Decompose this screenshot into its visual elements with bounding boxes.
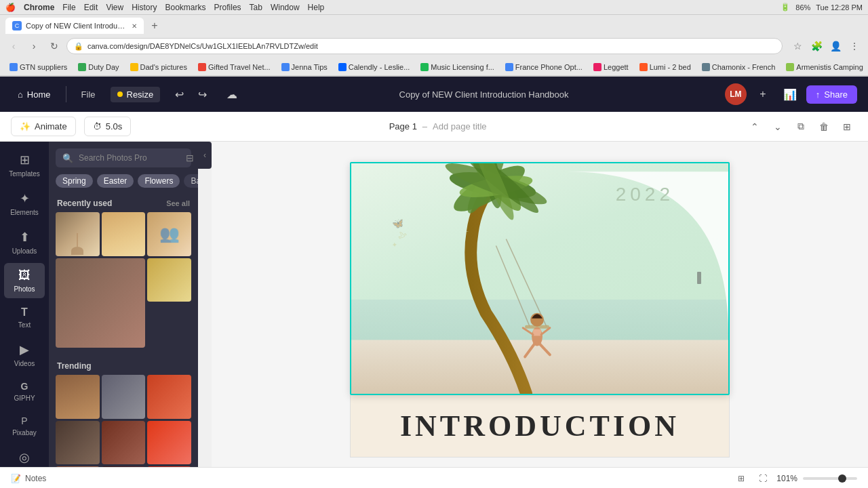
history-menu[interactable]: History xyxy=(132,3,157,12)
analytics-button[interactable]: 📊 xyxy=(779,83,801,105)
animate-button[interactable]: ✨ Animate xyxy=(11,117,76,136)
grid-view-button[interactable]: ⊞ xyxy=(733,470,749,487)
add-user-button[interactable]: + xyxy=(752,83,774,105)
bookmark-chamonix[interactable]: Chamonix - French xyxy=(698,62,780,73)
help-menu[interactable]: Help xyxy=(308,3,325,12)
sidebar-item-videos[interactable]: ▶ Videos xyxy=(4,337,45,373)
zoom-slider-thumb[interactable] xyxy=(838,474,846,483)
sidebar-item-photos[interactable]: 🖼 Photos xyxy=(4,263,45,298)
bookmark-gifted[interactable]: Gifted Travel Net... xyxy=(194,62,275,73)
chevron-down-icon[interactable]: ⌄ xyxy=(768,117,788,137)
window-menu[interactable]: Window xyxy=(271,3,300,12)
tag-flowers[interactable]: Flowers xyxy=(138,174,180,188)
forward-button[interactable]: › xyxy=(26,38,42,54)
sidebar-item-uploads[interactable]: ⬆ Uploads xyxy=(4,224,45,260)
bookmark-star[interactable]: ☆ xyxy=(789,38,806,54)
apple-menu[interactable]: 🍎 xyxy=(5,3,16,12)
new-tab-button[interactable]: + xyxy=(146,18,163,34)
trending-thumb-9[interactable] xyxy=(147,466,191,467)
photo-thumb-4[interactable] xyxy=(56,258,145,348)
edit-menu[interactable]: Edit xyxy=(84,3,98,12)
canvas-area[interactable]: ↻ 2022 🦋 🕊 ✦ xyxy=(212,142,868,467)
more-options[interactable]: ⋮ xyxy=(846,38,863,54)
bookmark-dad[interactable]: Dad's pictures xyxy=(126,62,191,73)
file-menu-canva[interactable]: File xyxy=(75,87,102,102)
bookmark-france[interactable]: France Phone Opt... xyxy=(501,62,587,73)
uploads-label: Uploads xyxy=(12,247,37,255)
chevron-up-icon[interactable]: ⌃ xyxy=(745,117,765,137)
sidebar-item-logos[interactable]: ◎ Logos xyxy=(4,445,45,467)
extension-icon[interactable]: 🧩 xyxy=(808,38,825,54)
home-button[interactable]: ⌂ Home xyxy=(11,87,58,102)
share-button[interactable]: ↑ Share xyxy=(806,85,857,104)
page-top-section: 2022 🦋 🕊 ✦ xyxy=(351,163,728,394)
bookmark-gtn[interactable]: GTN suppliers xyxy=(5,62,71,73)
rotate-handle[interactable]: ↻ xyxy=(724,162,730,163)
more-page-options-icon[interactable]: ⊞ xyxy=(837,117,857,137)
tag-background[interactable]: Background xyxy=(184,174,198,188)
sidebar-item-elements[interactable]: ✦ Elements xyxy=(4,186,45,222)
refresh-button[interactable]: ↻ xyxy=(46,38,62,54)
user-avatar[interactable]: LM xyxy=(725,83,747,105)
tag-spring[interactable]: Spring xyxy=(56,174,93,188)
panel-scroll[interactable]: Recently used See all xyxy=(49,193,198,467)
duplicate-page-icon[interactable]: ⧉ xyxy=(791,117,811,137)
bookmarks-menu[interactable]: Bookmarks xyxy=(165,3,206,12)
bookmark-music[interactable]: Music Licensing f... xyxy=(416,62,498,73)
file-menu[interactable]: File xyxy=(62,3,75,12)
notes-label: Notes xyxy=(25,474,46,483)
redo-button[interactable]: ↪ xyxy=(191,83,213,105)
trending-thumb-5[interactable] xyxy=(102,421,146,465)
expand-view-button[interactable]: ⛶ xyxy=(755,470,771,487)
document-title[interactable]: Copy of NEW Client Introduction Handbook xyxy=(251,89,717,100)
panel-collapse-button[interactable]: ‹ xyxy=(198,142,212,169)
sidebar-item-giphy[interactable]: G GIPHY xyxy=(4,375,45,407)
see-all-button[interactable]: See all xyxy=(166,199,190,207)
resize-button[interactable]: Resize xyxy=(111,87,161,102)
photo-thumb-1[interactable] xyxy=(56,212,100,256)
profile-icon[interactable]: 👤 xyxy=(827,38,844,54)
zoom-slider[interactable] xyxy=(803,477,857,480)
search-input[interactable] xyxy=(79,153,180,163)
bookmark-lumi[interactable]: Lumi - 2 bed xyxy=(635,62,695,73)
trending-thumb-7[interactable] xyxy=(56,466,100,467)
filter-icon[interactable]: ⊟ xyxy=(186,152,194,163)
trending-thumb-1[interactable] xyxy=(56,375,100,419)
back-button[interactable]: ‹ xyxy=(5,38,22,54)
delete-page-icon[interactable]: 🗑 xyxy=(814,117,834,137)
tab-menu[interactable]: Tab xyxy=(250,3,262,12)
sidebar-item-templates[interactable]: ⊞ Templates xyxy=(4,147,45,183)
photo-thumb-2[interactable] xyxy=(102,212,146,256)
photo-thumb-5[interactable] xyxy=(147,258,191,302)
notes-button[interactable]: 📝 Notes xyxy=(11,474,46,483)
photo-thumb-3[interactable]: 👥 xyxy=(147,212,191,256)
bottom-bar: 📝 Notes ⊞ ⛶ 101% xyxy=(0,467,868,488)
sidebar-item-pixabay[interactable]: P Pixabay xyxy=(4,410,45,442)
add-page-title[interactable]: Add page title xyxy=(433,121,487,131)
canvas-page-1[interactable]: ↻ 2022 🦋 🕊 ✦ xyxy=(350,162,730,395)
trending-thumb-6[interactable] xyxy=(147,421,191,465)
bookmark-armenistis[interactable]: Armenistis Camping xyxy=(782,62,867,73)
bookmark-calendly[interactable]: Calendly - Leslie... xyxy=(334,62,414,73)
bookmark-duty[interactable]: Duty Day xyxy=(74,62,123,73)
bookmark-leggett[interactable]: Leggett xyxy=(589,62,633,73)
profiles-menu[interactable]: Profiles xyxy=(214,3,241,12)
trending-thumb-4[interactable] xyxy=(56,421,100,465)
view-menu[interactable]: View xyxy=(106,3,123,12)
save-button[interactable]: ☁ xyxy=(221,83,243,105)
sidebar-icons: ⊞ Templates ✦ Elements ⬆ Uploads 🖼 Photo… xyxy=(0,142,49,467)
trending-thumb-8[interactable] xyxy=(102,466,146,467)
trending-thumb-3[interactable] xyxy=(147,375,191,419)
sidebar-item-text[interactable]: T Text xyxy=(4,301,45,334)
chrome-menu[interactable]: Chrome xyxy=(24,3,54,12)
bookmark-jenna[interactable]: Jenna Tips xyxy=(277,62,332,73)
tag-easter[interactable]: Easter xyxy=(97,174,134,188)
address-bar[interactable]: 🔒 canva.com/design/DAE8YDNelCs/Uw1GLX1IE… xyxy=(66,38,783,54)
active-tab[interactable]: C Copy of NEW Client Introduct... ✕ xyxy=(5,18,144,34)
trending-thumb-2[interactable] xyxy=(102,375,146,419)
clock-icon: ⏱ xyxy=(93,121,102,131)
animate-label: Animate xyxy=(35,121,67,131)
duration-button[interactable]: ⏱ 5.0s xyxy=(84,117,132,136)
undo-button[interactable]: ↩ xyxy=(168,83,190,105)
tab-close-button[interactable]: ✕ xyxy=(132,22,137,30)
